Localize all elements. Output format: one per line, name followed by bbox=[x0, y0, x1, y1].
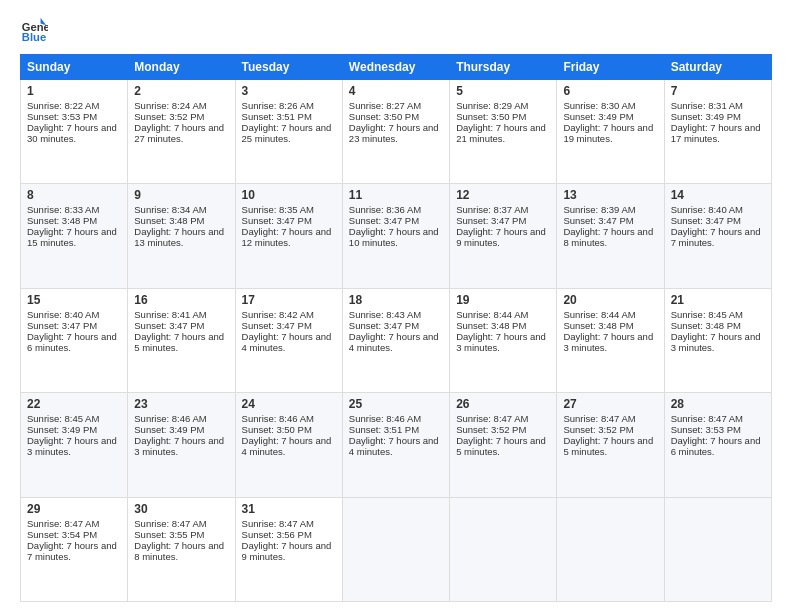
sunrise-label: Sunrise: 8:36 AM bbox=[349, 204, 421, 215]
daylight-label: Daylight: 7 hours and 4 minutes. bbox=[349, 435, 439, 457]
calendar-cell: 1 Sunrise: 8:22 AM Sunset: 3:53 PM Dayli… bbox=[21, 80, 128, 184]
calendar-cell bbox=[664, 497, 771, 601]
page: General Blue SundayMondayTuesdayWednesda… bbox=[0, 0, 792, 612]
calendar-cell: 20 Sunrise: 8:44 AM Sunset: 3:48 PM Dayl… bbox=[557, 288, 664, 392]
sunrise-label: Sunrise: 8:44 AM bbox=[563, 309, 635, 320]
calendar: SundayMondayTuesdayWednesdayThursdayFrid… bbox=[20, 54, 772, 602]
calendar-cell: 24 Sunrise: 8:46 AM Sunset: 3:50 PM Dayl… bbox=[235, 393, 342, 497]
sunset-label: Sunset: 3:53 PM bbox=[671, 424, 741, 435]
day-number: 7 bbox=[671, 84, 765, 98]
sunrise-label: Sunrise: 8:47 AM bbox=[671, 413, 743, 424]
sunset-label: Sunset: 3:51 PM bbox=[349, 424, 419, 435]
svg-text:Blue: Blue bbox=[22, 31, 46, 43]
calendar-cell: 16 Sunrise: 8:41 AM Sunset: 3:47 PM Dayl… bbox=[128, 288, 235, 392]
sunset-label: Sunset: 3:47 PM bbox=[349, 320, 419, 331]
daylight-label: Daylight: 7 hours and 6 minutes. bbox=[27, 331, 117, 353]
daylight-label: Daylight: 7 hours and 3 minutes. bbox=[27, 435, 117, 457]
logo: General Blue bbox=[20, 16, 48, 44]
day-of-week-header: Tuesday bbox=[235, 55, 342, 80]
sunset-label: Sunset: 3:48 PM bbox=[671, 320, 741, 331]
day-number: 21 bbox=[671, 293, 765, 307]
calendar-cell: 25 Sunrise: 8:46 AM Sunset: 3:51 PM Dayl… bbox=[342, 393, 449, 497]
sunset-label: Sunset: 3:49 PM bbox=[671, 111, 741, 122]
sunset-label: Sunset: 3:48 PM bbox=[456, 320, 526, 331]
sunrise-label: Sunrise: 8:24 AM bbox=[134, 100, 206, 111]
day-number: 11 bbox=[349, 188, 443, 202]
header: General Blue bbox=[20, 16, 772, 44]
sunrise-label: Sunrise: 8:22 AM bbox=[27, 100, 99, 111]
calendar-week: 29 Sunrise: 8:47 AM Sunset: 3:54 PM Dayl… bbox=[21, 497, 772, 601]
sunset-label: Sunset: 3:47 PM bbox=[349, 215, 419, 226]
day-number: 13 bbox=[563, 188, 657, 202]
calendar-cell: 29 Sunrise: 8:47 AM Sunset: 3:54 PM Dayl… bbox=[21, 497, 128, 601]
day-number: 3 bbox=[242, 84, 336, 98]
daylight-label: Daylight: 7 hours and 15 minutes. bbox=[27, 226, 117, 248]
sunset-label: Sunset: 3:47 PM bbox=[456, 215, 526, 226]
day-number: 17 bbox=[242, 293, 336, 307]
sunset-label: Sunset: 3:52 PM bbox=[134, 111, 204, 122]
calendar-cell: 12 Sunrise: 8:37 AM Sunset: 3:47 PM Dayl… bbox=[450, 184, 557, 288]
calendar-cell: 23 Sunrise: 8:46 AM Sunset: 3:49 PM Dayl… bbox=[128, 393, 235, 497]
daylight-label: Daylight: 7 hours and 9 minutes. bbox=[456, 226, 546, 248]
day-number: 16 bbox=[134, 293, 228, 307]
calendar-cell: 22 Sunrise: 8:45 AM Sunset: 3:49 PM Dayl… bbox=[21, 393, 128, 497]
sunset-label: Sunset: 3:50 PM bbox=[242, 424, 312, 435]
daylight-label: Daylight: 7 hours and 3 minutes. bbox=[563, 331, 653, 353]
daylight-label: Daylight: 7 hours and 8 minutes. bbox=[134, 540, 224, 562]
day-number: 26 bbox=[456, 397, 550, 411]
daylight-label: Daylight: 7 hours and 25 minutes. bbox=[242, 122, 332, 144]
day-number: 6 bbox=[563, 84, 657, 98]
sunrise-label: Sunrise: 8:47 AM bbox=[456, 413, 528, 424]
sunset-label: Sunset: 3:55 PM bbox=[134, 529, 204, 540]
daylight-label: Daylight: 7 hours and 4 minutes. bbox=[349, 331, 439, 353]
calendar-cell: 31 Sunrise: 8:47 AM Sunset: 3:56 PM Dayl… bbox=[235, 497, 342, 601]
sunrise-label: Sunrise: 8:40 AM bbox=[671, 204, 743, 215]
calendar-week: 15 Sunrise: 8:40 AM Sunset: 3:47 PM Dayl… bbox=[21, 288, 772, 392]
sunrise-label: Sunrise: 8:31 AM bbox=[671, 100, 743, 111]
sunset-label: Sunset: 3:49 PM bbox=[563, 111, 633, 122]
day-number: 8 bbox=[27, 188, 121, 202]
sunset-label: Sunset: 3:51 PM bbox=[242, 111, 312, 122]
sunrise-label: Sunrise: 8:46 AM bbox=[349, 413, 421, 424]
day-number: 19 bbox=[456, 293, 550, 307]
daylight-label: Daylight: 7 hours and 13 minutes. bbox=[134, 226, 224, 248]
calendar-cell: 8 Sunrise: 8:33 AM Sunset: 3:48 PM Dayli… bbox=[21, 184, 128, 288]
daylight-label: Daylight: 7 hours and 19 minutes. bbox=[563, 122, 653, 144]
sunset-label: Sunset: 3:47 PM bbox=[242, 320, 312, 331]
day-number: 1 bbox=[27, 84, 121, 98]
sunrise-label: Sunrise: 8:47 AM bbox=[27, 518, 99, 529]
logo-icon: General Blue bbox=[20, 16, 48, 44]
daylight-label: Daylight: 7 hours and 8 minutes. bbox=[563, 226, 653, 248]
sunrise-label: Sunrise: 8:42 AM bbox=[242, 309, 314, 320]
sunrise-label: Sunrise: 8:46 AM bbox=[242, 413, 314, 424]
sunset-label: Sunset: 3:47 PM bbox=[671, 215, 741, 226]
sunset-label: Sunset: 3:54 PM bbox=[27, 529, 97, 540]
daylight-label: Daylight: 7 hours and 23 minutes. bbox=[349, 122, 439, 144]
daylight-label: Daylight: 7 hours and 3 minutes. bbox=[134, 435, 224, 457]
sunset-label: Sunset: 3:48 PM bbox=[134, 215, 204, 226]
sunset-label: Sunset: 3:50 PM bbox=[349, 111, 419, 122]
calendar-cell: 14 Sunrise: 8:40 AM Sunset: 3:47 PM Dayl… bbox=[664, 184, 771, 288]
day-number: 29 bbox=[27, 502, 121, 516]
calendar-cell: 30 Sunrise: 8:47 AM Sunset: 3:55 PM Dayl… bbox=[128, 497, 235, 601]
sunset-label: Sunset: 3:47 PM bbox=[563, 215, 633, 226]
sunset-label: Sunset: 3:48 PM bbox=[27, 215, 97, 226]
calendar-cell: 5 Sunrise: 8:29 AM Sunset: 3:50 PM Dayli… bbox=[450, 80, 557, 184]
sunrise-label: Sunrise: 8:43 AM bbox=[349, 309, 421, 320]
sunset-label: Sunset: 3:49 PM bbox=[134, 424, 204, 435]
sunset-label: Sunset: 3:47 PM bbox=[27, 320, 97, 331]
daylight-label: Daylight: 7 hours and 7 minutes. bbox=[27, 540, 117, 562]
day-of-week-header: Saturday bbox=[664, 55, 771, 80]
day-number: 23 bbox=[134, 397, 228, 411]
sunrise-label: Sunrise: 8:47 AM bbox=[563, 413, 635, 424]
calendar-cell: 4 Sunrise: 8:27 AM Sunset: 3:50 PM Dayli… bbox=[342, 80, 449, 184]
sunset-label: Sunset: 3:49 PM bbox=[27, 424, 97, 435]
sunrise-label: Sunrise: 8:26 AM bbox=[242, 100, 314, 111]
day-of-week-header: Wednesday bbox=[342, 55, 449, 80]
sunrise-label: Sunrise: 8:40 AM bbox=[27, 309, 99, 320]
calendar-cell: 6 Sunrise: 8:30 AM Sunset: 3:49 PM Dayli… bbox=[557, 80, 664, 184]
daylight-label: Daylight: 7 hours and 30 minutes. bbox=[27, 122, 117, 144]
daylight-label: Daylight: 7 hours and 27 minutes. bbox=[134, 122, 224, 144]
calendar-cell: 10 Sunrise: 8:35 AM Sunset: 3:47 PM Dayl… bbox=[235, 184, 342, 288]
day-of-week-header: Sunday bbox=[21, 55, 128, 80]
